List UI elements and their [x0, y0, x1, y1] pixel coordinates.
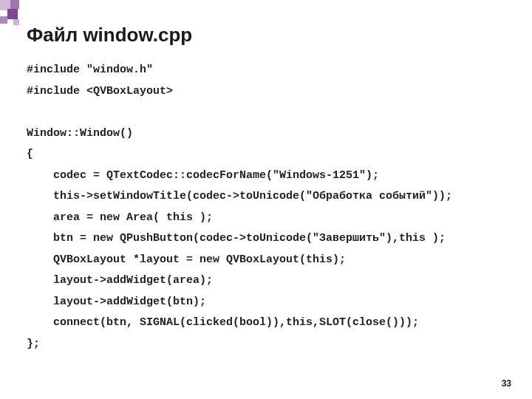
code-block: #include "window.h" #include <QVBoxLayou… — [27, 60, 510, 355]
corner-decoration — [0, 0, 30, 30]
slide-content: Файл window.cpp #include "window.h" #inc… — [0, 0, 532, 355]
page-title: Файл window.cpp — [27, 24, 510, 47]
page-number: 33 — [502, 378, 511, 389]
